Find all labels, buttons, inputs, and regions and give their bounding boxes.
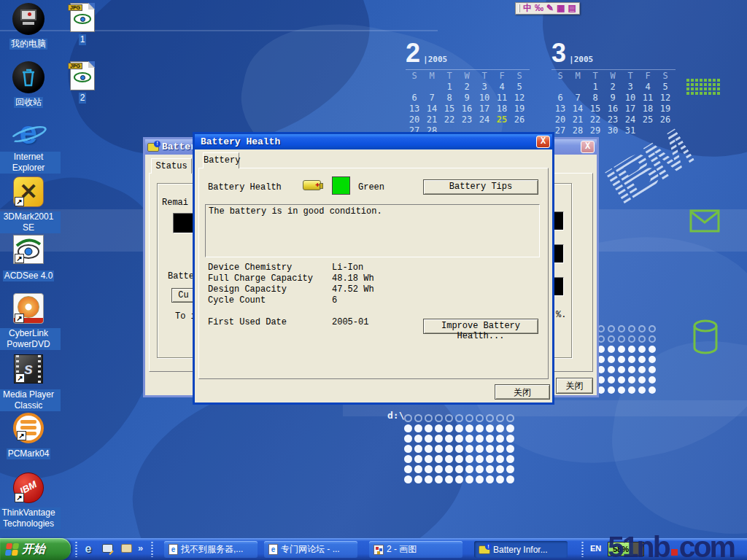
desktop-icon-internet-explorer[interactable]: e Internet Explorer <box>0 117 61 174</box>
calendar-day: 2 <box>458 82 476 93</box>
calendar-day <box>551 82 569 93</box>
shortcut-arrow-icon: ↗ <box>15 197 24 206</box>
battery-gauge <box>554 211 564 230</box>
calendar-day: 17 <box>476 104 493 114</box>
calendar-month: 2 <box>406 38 420 68</box>
close-button[interactable]: 关闭 <box>495 384 550 400</box>
desktop-icon-media-player-classic[interactable]: s ↗ Media Player Classic <box>0 354 61 411</box>
ime-pen-icon[interactable]: ✎ <box>546 3 554 14</box>
calendar-weekday: M <box>569 71 587 82</box>
jpg-file-icon: JPG <box>70 61 95 90</box>
desktop-file-jpg-2[interactable]: JPG 2 <box>57 61 108 104</box>
dot-grid <box>403 413 515 484</box>
quick-launch-media-icon[interactable] <box>120 542 133 556</box>
windows-flag-icon <box>5 543 19 556</box>
quick-launch-show-desktop-icon[interactable] <box>101 542 114 556</box>
ime-width-icon[interactable]: ‰ <box>535 3 543 14</box>
dot-row <box>596 344 657 354</box>
taskbar-button-paint[interactable]: 2 - 画图 <box>369 541 462 558</box>
battery-info-icon: ! <box>147 143 159 152</box>
calendar-day: 14 <box>423 104 441 114</box>
taskbar-button-battery-information[interactable]: ! Battery Infor... <box>474 541 568 558</box>
desktop-icon-recycle-bin[interactable]: 回收站 <box>0 61 61 108</box>
calendar-day: 7 <box>423 93 441 104</box>
database-cylinder-icon <box>692 319 721 357</box>
ime-keyboard-icon[interactable]: ▦ <box>557 3 565 14</box>
language-indicator[interactable]: EN <box>590 544 601 553</box>
ime-chinese-icon[interactable]: 中 <box>523 3 532 14</box>
calendar-day: 22 <box>587 114 604 125</box>
close-icon[interactable]: X <box>536 136 550 148</box>
calendar-day: 20 <box>551 114 569 125</box>
quick-launch-expand-chevron[interactable]: » <box>138 542 143 553</box>
calendar-day: 24 <box>476 114 493 125</box>
calendar-weekday: S <box>657 71 674 82</box>
spreadsheet-icon <box>686 79 720 95</box>
icon-label: ThinkVantage Technologies <box>0 508 61 529</box>
calendar-weekday: T <box>441 71 458 82</box>
dot-row <box>596 354 657 365</box>
shortcut-arrow-icon: ↗ <box>15 314 24 323</box>
dot-row <box>403 433 515 443</box>
close-button-bottom[interactable]: 关闭 <box>556 378 593 394</box>
dot-row <box>596 375 657 385</box>
media-player-classic-icon: s ↗ <box>11 354 46 388</box>
battery-plus-icon: ✚ <box>315 182 320 189</box>
calendar-day: 4 <box>493 82 511 93</box>
tray-grip <box>581 541 584 557</box>
icon-label: CyberLink PowerDVD <box>0 328 61 350</box>
icon-label: PCMark04 <box>7 448 51 459</box>
battery-tips-button[interactable]: Battery Tips <box>423 179 538 195</box>
tab-status[interactable]: Status <box>151 158 192 174</box>
desktop-icon-thinkvantage[interactable]: IBM ↗ ThinkVantage Technologies <box>0 472 61 529</box>
tab-battery[interactable]: Battery <box>203 152 239 168</box>
quick-launch-grip[interactable] <box>75 541 77 557</box>
watermark-51nb: 51nbcom <box>608 530 734 560</box>
calendar-weekday: F <box>493 71 511 82</box>
calendar-day: 11 <box>639 93 657 104</box>
close-button[interactable]: X <box>581 141 595 153</box>
calendar-day: 11 <box>493 93 511 104</box>
start-label: 开始 <box>22 542 45 557</box>
battery-health-titlebar[interactable]: Battery Health <box>195 134 552 149</box>
battery-health-dialog[interactable]: Battery Health X Battery Battery Health … <box>193 132 554 405</box>
calendar-year: |2005 <box>423 55 447 64</box>
battery-label: Batte <box>168 271 194 281</box>
desktop-icon-3dmark2001[interactable]: ✕ ↗ 3DMark2001 SE <box>0 176 61 233</box>
calendar-weekday: S <box>406 71 423 82</box>
remaining-label: Remai <box>162 198 188 208</box>
desktop-file-jpg-1[interactable]: JPG 1 <box>57 3 108 45</box>
desktop-icon-my-computer[interactable]: 我的电脑 <box>0 3 61 50</box>
internet-explorer-icon: e <box>11 117 46 150</box>
wallpaper-calendar-march: 3|2005SMTWTFS123456789101112131415161718… <box>551 40 676 136</box>
improve-battery-health-button[interactable]: Improve Battery Health... <box>423 319 538 334</box>
ime-language-bar[interactable]: 中 ‰ ✎ ▦ ▤ <box>515 2 580 15</box>
desktop-icon-powerdvd[interactable]: ↗ CyberLink PowerDVD <box>0 293 61 350</box>
icon-label: Media Player Classic <box>0 389 61 411</box>
dot-row <box>596 334 657 344</box>
calendar-day: 17 <box>622 104 639 114</box>
start-button[interactable]: 开始 <box>0 538 71 560</box>
taskbar-button-ie-1[interactable]: e 找不到服务器,... <box>164 541 258 558</box>
dialog-title: Battery Health <box>197 136 280 147</box>
info-label: Design Capacity <box>208 284 332 295</box>
calendar-day: 10 <box>622 93 639 104</box>
ie-page-icon: e <box>169 544 178 555</box>
shortcut-arrow-icon: ↗ <box>15 493 24 502</box>
ime-grip[interactable] <box>519 4 520 12</box>
calendar-weekday: M <box>423 71 441 82</box>
desktop-icon-pcmark04[interactable]: ↗ PCMark04 <box>0 413 61 459</box>
calendar-weekday: W <box>458 71 476 82</box>
calendar-day: 4 <box>639 82 657 93</box>
quick-launch-ie-icon[interactable]: e <box>82 542 95 556</box>
icon-label: 我的电脑 <box>9 39 47 50</box>
taskbar-button-ie-2[interactable]: e 专门网论坛 - ... <box>264 541 357 558</box>
taskband-grip[interactable] <box>151 541 153 557</box>
dot-row <box>596 365 657 375</box>
ime-menu-icon[interactable]: ▤ <box>568 3 576 14</box>
desktop-icon-acdsee[interactable]: ↗ ACDSee 4.0 <box>0 235 61 281</box>
battery-gauge <box>554 277 564 296</box>
calendar-weekday: T <box>622 71 639 82</box>
dot-row <box>403 443 515 454</box>
info-value: Li-Ion <box>332 262 363 273</box>
